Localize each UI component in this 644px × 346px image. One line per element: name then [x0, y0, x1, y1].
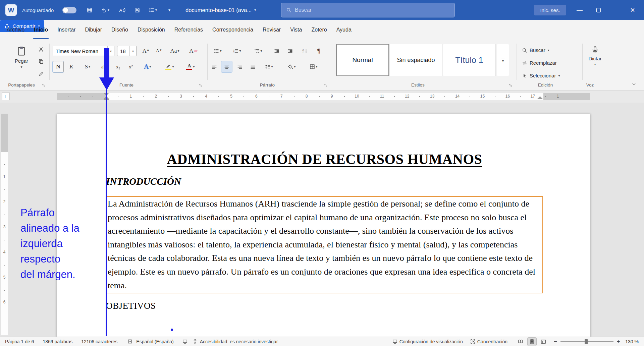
right-indent-marker[interactable] — [537, 96, 543, 99]
align-center-button[interactable] — [221, 61, 232, 72]
font-size-select[interactable]: 18 ▾ — [117, 46, 137, 56]
font-dialog-launcher[interactable] — [198, 82, 203, 88]
zoom-in-button[interactable]: + — [617, 339, 620, 345]
search-input[interactable] — [295, 7, 450, 13]
display-settings-button[interactable]: Configuración de visualización — [392, 339, 463, 344]
horizontal-ruler[interactable]: 12345678910111213141516171 — [57, 93, 590, 100]
read-mode-view-icon[interactable] — [516, 338, 525, 346]
vertical-ruler[interactable]: 123456 — [1, 114, 8, 335]
dictate-button[interactable]: Dictar ▾ — [584, 44, 606, 79]
align-left-button[interactable] — [210, 61, 219, 72]
character-count[interactable]: 12106 caracteres — [81, 339, 117, 344]
clear-formatting-button[interactable]: A — [186, 46, 200, 56]
borders-button[interactable]: ▾ — [303, 61, 324, 72]
page-indicator[interactable]: Página 1 de 6 — [5, 339, 34, 344]
style-card-titulo-1[interactable]: Título 1 — [443, 44, 496, 76]
tab-dibujar[interactable]: Dibujar — [80, 20, 107, 40]
word-app-icon[interactable]: W — [5, 4, 17, 16]
change-case-button[interactable]: Aa▾ — [167, 46, 182, 56]
undo-button[interactable]: ▾ — [98, 0, 113, 20]
table-tool-icon[interactable] — [84, 0, 95, 20]
justify-button[interactable] — [248, 61, 258, 72]
find-button[interactable]: Buscar▾ — [522, 47, 549, 53]
paste-button[interactable]: Pegar ▾ — [11, 44, 32, 81]
bold-button[interactable]: N — [53, 61, 64, 72]
clipboard-dialog-launcher[interactable] — [41, 82, 46, 88]
highlighted-paragraph-box[interactable]: La Administración de Recursos Humanos (A… — [106, 196, 543, 293]
style-card-normal[interactable]: Normal — [336, 44, 389, 76]
numbering-button[interactable]: ▾ — [229, 46, 246, 56]
tab-archivo[interactable]: Archivo — [2, 20, 29, 40]
underline-button[interactable]: S▾ — [80, 61, 95, 72]
subscript-button[interactable]: x₂ — [113, 61, 123, 72]
sign-in-button[interactable]: Inic. ses. — [534, 5, 566, 15]
document-page[interactable]: ADMINISTRACIÓN DE RECURSOS HUMANOS INTRO… — [57, 114, 590, 337]
tab-stop-selector[interactable]: L — [2, 93, 10, 100]
tab-diseño[interactable]: Diseño — [107, 20, 133, 40]
sort-button[interactable] — [299, 46, 311, 56]
ribbon: Pegar ▾ Portapapeles Times New Roman ▾ 1… — [0, 40, 644, 91]
ribbon-tab-row: ArchivoInicioInsertarDibujarDiseñoDispos… — [0, 20, 644, 40]
styles-gallery-more-button[interactable]: ▾ — [497, 44, 509, 76]
font-color-button[interactable]: A ▾ — [181, 61, 200, 72]
cut-icon[interactable] — [36, 45, 46, 53]
ruler-tick — [470, 96, 470, 97]
paragraph-dialog-launcher[interactable] — [323, 82, 328, 88]
minimize-button[interactable]: — — [570, 0, 589, 20]
close-button[interactable]: × — [621, 0, 644, 20]
search-box[interactable] — [281, 3, 455, 17]
read-aloud-icon[interactable] — [116, 0, 128, 20]
multilevel-list-button[interactable]: ▾ — [250, 46, 267, 56]
shrink-font-button[interactable]: A▾ — [153, 46, 164, 56]
zoom-slider[interactable] — [560, 341, 613, 342]
print-layout-view-icon[interactable] — [528, 338, 536, 346]
zoom-out-button[interactable]: − — [554, 338, 557, 345]
italic-button[interactable]: K — [66, 61, 76, 72]
style-card-sin-espaciado[interactable]: Sin espaciado — [389, 44, 442, 76]
spellcheck-icon[interactable] — [127, 339, 133, 344]
tab-inicio[interactable]: Inicio — [29, 20, 53, 40]
bullets-button[interactable]: ▾ — [210, 46, 226, 56]
format-painter-icon[interactable] — [36, 69, 46, 78]
increase-indent-button[interactable] — [285, 46, 295, 56]
replace-button[interactable]: Reemplazar — [522, 60, 557, 66]
accessibility-icon[interactable] — [193, 339, 198, 344]
language-indicator[interactable]: Español (España) — [136, 339, 173, 344]
accessibility-status[interactable]: Accesibilidad: es necesario investigar — [200, 339, 278, 344]
grow-font-button[interactable]: A▴ — [140, 46, 152, 56]
tab-correspondencia[interactable]: Correspondencia — [208, 20, 258, 40]
line-spacing-tool-icon[interactable]: ▾ — [145, 0, 161, 20]
toolbar-overflow-icon[interactable]: ▾ — [165, 0, 174, 20]
chevron-down-icon[interactable]: ▾ — [129, 46, 136, 56]
tab-disposición[interactable]: Disposición — [133, 20, 170, 40]
chevron-down-icon: ▾ — [177, 49, 179, 53]
tab-referencias[interactable]: Referencias — [170, 20, 208, 40]
tab-insertar[interactable]: Insertar — [53, 20, 80, 40]
highlight-color-button[interactable]: ▾ — [160, 61, 179, 72]
decrease-indent-button[interactable] — [272, 46, 282, 56]
tab-zotero[interactable]: Zotero — [307, 20, 331, 40]
select-button[interactable]: Seleccionar▾ — [522, 73, 560, 78]
zoom-slider-handle[interactable] — [585, 339, 588, 344]
save-icon[interactable] — [131, 0, 143, 20]
web-layout-view-icon[interactable] — [539, 338, 548, 346]
show-paragraph-marks-button[interactable]: ¶ — [313, 46, 324, 56]
display-checker-icon[interactable] — [182, 339, 188, 344]
superscript-button[interactable]: x² — [125, 61, 136, 72]
tab-ayuda[interactable]: Ayuda — [332, 20, 356, 40]
focus-mode-button[interactable]: Concentración — [470, 339, 507, 344]
text-effects-button[interactable]: A▾ — [139, 61, 156, 72]
autosave-toggle[interactable] — [62, 7, 76, 13]
shading-button[interactable]: ▾ — [284, 61, 300, 72]
zoom-level[interactable]: 130 % — [625, 339, 639, 344]
tab-vista[interactable]: Vista — [285, 20, 307, 40]
document-title-label[interactable]: documento-base-01 (ava... ▾ — [185, 0, 256, 20]
maximize-button[interactable] — [589, 0, 608, 20]
styles-dialog-launcher[interactable] — [508, 82, 513, 88]
word-count[interactable]: 1869 palabras — [43, 339, 72, 344]
align-right-button[interactable] — [235, 61, 245, 72]
tab-revisar[interactable]: Revisar — [258, 20, 285, 40]
line-spacing-button[interactable]: ▾ — [261, 61, 277, 72]
collapse-ribbon-icon[interactable] — [629, 80, 639, 88]
copy-icon[interactable] — [36, 57, 46, 65]
